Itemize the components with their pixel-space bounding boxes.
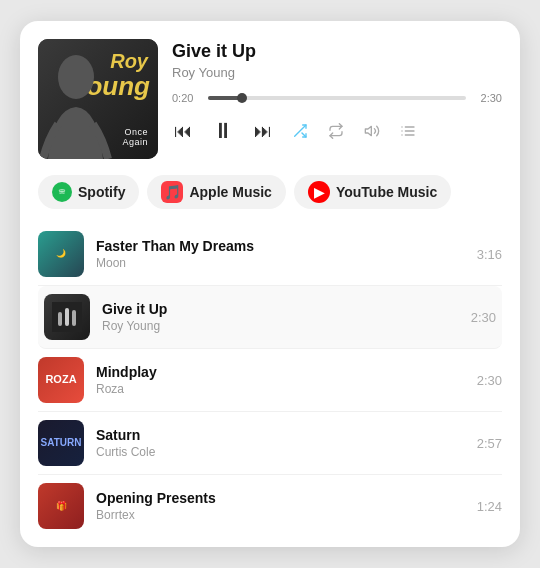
song-duration-4: 2:57 (477, 436, 502, 451)
apple-music-tab[interactable]: 🎵 Apple Music (147, 175, 285, 209)
song-title-4: Saturn (96, 427, 465, 443)
progress-section: 0:20 2:30 (172, 92, 502, 104)
spotify-tab[interactable]: Spotify (38, 175, 139, 209)
rewind-button[interactable]: ⏮ (172, 119, 194, 144)
song-info-4: Saturn Curtis Cole (96, 427, 465, 459)
svg-rect-14 (72, 310, 76, 326)
service-tabs: Spotify 🎵 Apple Music ▶ YouTube Music (38, 175, 502, 209)
song-duration-3: 2:30 (477, 373, 502, 388)
volume-button[interactable] (362, 121, 382, 141)
album-text-roy: Roy (110, 51, 148, 71)
now-playing-section: Roy Young Once Again Give it Up Roy Youn… (38, 39, 502, 159)
song-thumb-3: ROZA (38, 357, 84, 403)
apple-music-tab-label: Apple Music (189, 184, 271, 200)
play-pause-button[interactable]: ⏸ (210, 116, 236, 146)
song-title-5: Opening Presents (96, 490, 465, 506)
song-duration-2: 2:30 (471, 310, 496, 325)
song-duration-5: 1:24 (477, 499, 502, 514)
song-info-5: Opening Presents Borrtex (96, 490, 465, 522)
song-artist-1: Moon (96, 256, 465, 270)
song-list: 🌙 Faster Than My Dreams Moon 3:16 Give i… (38, 223, 502, 537)
svg-point-0 (58, 55, 94, 99)
song-item-4[interactable]: SATURN Saturn Curtis Cole 2:57 (38, 412, 502, 475)
album-text-once: Once (124, 127, 148, 137)
song-artist-2: Roy Young (102, 319, 459, 333)
song-thumb-5: 🎁 (38, 483, 84, 529)
svg-rect-12 (58, 312, 62, 326)
svg-rect-13 (65, 308, 69, 326)
song-thumb-2 (44, 294, 90, 340)
time-current: 0:20 (172, 92, 200, 104)
song-thumb-4: SATURN (38, 420, 84, 466)
track-title: Give it Up (172, 41, 502, 62)
youtube-music-tab[interactable]: ▶ YouTube Music (294, 175, 451, 209)
time-total: 2:30 (474, 92, 502, 104)
track-info: Give it Up Roy Young 0:20 2:30 ⏮ ⏸ ⏭ (172, 39, 502, 146)
song-item-3[interactable]: ROZA Mindplay Roza 2:30 (38, 349, 502, 412)
song-duration-1: 3:16 (477, 247, 502, 262)
apple-music-icon: 🎵 (161, 181, 183, 203)
song-artist-4: Curtis Cole (96, 445, 465, 459)
playback-controls: ⏮ ⏸ ⏭ (172, 116, 502, 146)
youtube-music-tab-label: YouTube Music (336, 184, 437, 200)
queue-button[interactable] (398, 121, 418, 141)
song-artist-5: Borrtex (96, 508, 465, 522)
svg-point-10 (57, 187, 67, 197)
album-text-again: Again (122, 137, 148, 147)
spotify-icon (52, 182, 72, 202)
song-info-1: Faster Than My Dreams Moon (96, 238, 465, 270)
song-info-3: Mindplay Roza (96, 364, 465, 396)
song-item-2[interactable]: Give it Up Roy Young 2:30 (38, 286, 502, 349)
song-title-3: Mindplay (96, 364, 465, 380)
svg-marker-3 (365, 126, 371, 135)
track-artist: Roy Young (172, 65, 502, 80)
shuffle-button[interactable] (290, 121, 310, 141)
progress-dot (237, 93, 247, 103)
music-player-card: Roy Young Once Again Give it Up Roy Youn… (20, 21, 520, 547)
song-artist-3: Roza (96, 382, 465, 396)
song-info-2: Give it Up Roy Young (102, 301, 459, 333)
person-silhouette (38, 49, 113, 159)
song-title-1: Faster Than My Dreams (96, 238, 465, 254)
fast-forward-button[interactable]: ⏭ (252, 119, 274, 144)
song-item-1[interactable]: 🌙 Faster Than My Dreams Moon 3:16 (38, 223, 502, 286)
album-art: Roy Young Once Again (38, 39, 158, 159)
song-title-2: Give it Up (102, 301, 459, 317)
youtube-music-icon: ▶ (308, 181, 330, 203)
spotify-tab-label: Spotify (78, 184, 125, 200)
progress-bar[interactable] (208, 96, 466, 100)
repeat-button[interactable] (326, 121, 346, 141)
song-item-5[interactable]: 🎁 Opening Presents Borrtex 1:24 (38, 475, 502, 537)
song-thumb-1: 🌙 (38, 231, 84, 277)
